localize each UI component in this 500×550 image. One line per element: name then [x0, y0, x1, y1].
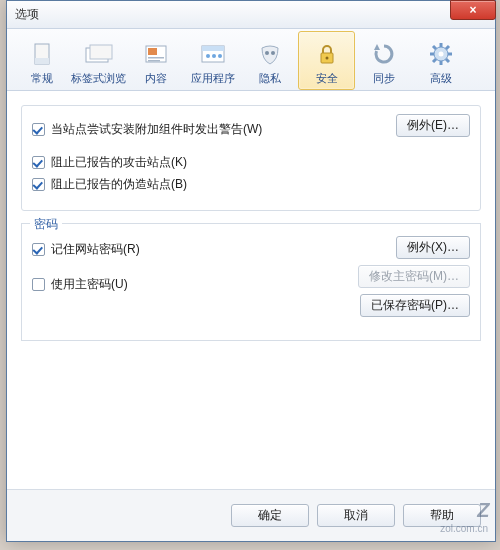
block-forged-sites-label: 阻止已报告的伪造站点(B) — [51, 176, 187, 193]
content-icon — [140, 38, 172, 70]
close-button[interactable]: × — [450, 0, 496, 20]
warn-addon-install-checkbox[interactable] — [32, 123, 45, 136]
block-attack-sites-checkbox[interactable] — [32, 156, 45, 169]
general-icon — [26, 38, 58, 70]
svg-point-13 — [265, 51, 269, 55]
remember-passwords-checkbox[interactable] — [32, 243, 45, 256]
tab-tabbed-browsing[interactable]: 标签式浏览 — [70, 31, 127, 90]
svg-rect-6 — [148, 57, 164, 59]
svg-marker-17 — [374, 44, 380, 50]
tab-privacy[interactable]: 隐私 — [241, 31, 298, 90]
block-attack-sites-label: 阻止已报告的攻击站点(K) — [51, 154, 187, 171]
svg-point-12 — [218, 54, 222, 58]
sync-icon — [368, 38, 400, 70]
cancel-button[interactable]: 取消 — [317, 504, 395, 527]
general-security-group: 例外(E)… 当站点尝试安装附加组件时发出警告(W) 阻止已报告的攻击站点(K)… — [21, 105, 481, 211]
svg-point-10 — [206, 54, 210, 58]
svg-point-11 — [212, 54, 216, 58]
password-exceptions-button[interactable]: 例外(X)… — [396, 236, 470, 259]
window-title: 选项 — [15, 6, 39, 23]
svg-point-19 — [438, 51, 443, 56]
svg-line-27 — [433, 59, 436, 62]
svg-line-25 — [446, 59, 449, 62]
use-master-password-checkbox[interactable] — [32, 278, 45, 291]
tab-sync[interactable]: 同步 — [355, 31, 412, 90]
tab-security[interactable]: 安全 — [298, 31, 355, 90]
tab-general[interactable]: 常规 — [13, 31, 70, 90]
passwords-group: 密码 例外(X)… 修改主密码(M)… 已保存密码(P)… 记住网站密码(R) … — [21, 223, 481, 341]
remember-passwords-label: 记住网站密码(R) — [51, 241, 140, 258]
tab-label: 高级 — [430, 71, 452, 86]
dialog-footer: 确定 取消 帮助 — [7, 489, 495, 541]
warn-addon-install-label: 当站点尝试安装附加组件时发出警告(W) — [51, 121, 262, 138]
change-master-password-button[interactable]: 修改主密码(M)… — [358, 265, 470, 288]
block-attack-sites-row: 阻止已报告的攻击站点(K) — [32, 154, 470, 171]
svg-point-14 — [271, 51, 275, 55]
tab-label: 隐私 — [259, 71, 281, 86]
use-master-password-label: 使用主密码(U) — [51, 276, 128, 293]
tab-label: 标签式浏览 — [71, 71, 126, 86]
tab-label: 常规 — [31, 71, 53, 86]
category-toolbar: 常规 标签式浏览 内容 应用程序 隐私 — [7, 29, 495, 91]
gear-icon — [425, 38, 457, 70]
block-forged-sites-checkbox[interactable] — [32, 178, 45, 191]
tab-advanced[interactable]: 高级 — [412, 31, 469, 90]
help-button[interactable]: 帮助 — [403, 504, 481, 527]
lock-icon — [311, 38, 343, 70]
svg-point-16 — [325, 56, 328, 59]
security-panel: 例外(E)… 当站点尝试安装附加组件时发出警告(W) 阻止已报告的攻击站点(K)… — [7, 91, 495, 489]
tab-label: 应用程序 — [191, 71, 235, 86]
block-forged-sites-row: 阻止已报告的伪造站点(B) — [32, 176, 470, 193]
tab-content[interactable]: 内容 — [127, 31, 184, 90]
applications-icon — [197, 38, 229, 70]
tabs-icon — [83, 38, 115, 70]
svg-rect-5 — [148, 48, 157, 55]
titlebar: 选项 × — [7, 1, 495, 29]
ok-button[interactable]: 确定 — [231, 504, 309, 527]
tab-applications[interactable]: 应用程序 — [184, 31, 241, 90]
options-window: 选项 × 常规 标签式浏览 内容 应用程序 — [6, 0, 496, 542]
passwords-legend: 密码 — [30, 216, 62, 233]
svg-rect-1 — [35, 58, 49, 64]
tab-label: 内容 — [145, 71, 167, 86]
svg-rect-9 — [202, 46, 224, 51]
svg-rect-3 — [90, 45, 112, 59]
saved-passwords-button[interactable]: 已保存密码(P)… — [360, 294, 470, 317]
svg-line-24 — [433, 46, 436, 49]
tab-label: 同步 — [373, 71, 395, 86]
tab-label: 安全 — [316, 71, 338, 86]
svg-rect-7 — [148, 60, 160, 62]
privacy-mask-icon — [254, 38, 286, 70]
addon-exceptions-button[interactable]: 例外(E)… — [396, 114, 470, 137]
svg-line-26 — [446, 46, 449, 49]
